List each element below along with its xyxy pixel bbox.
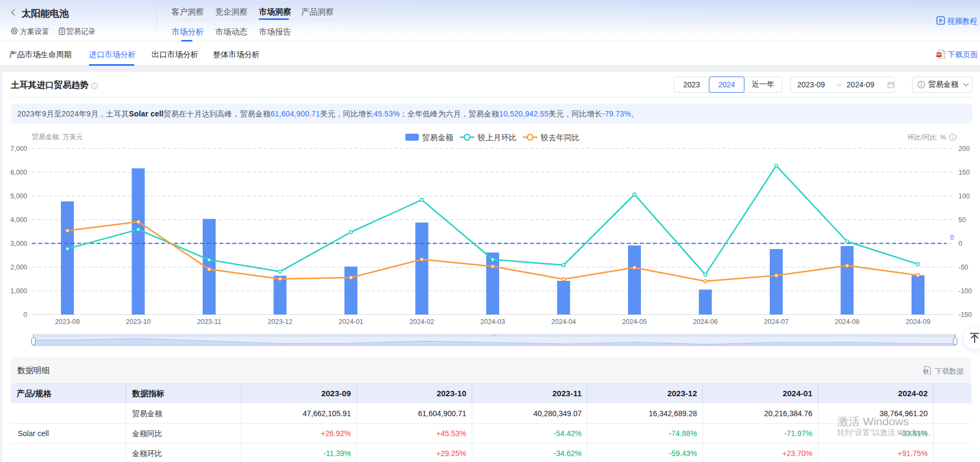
- svg-text:较上月环比: 较上月环比: [477, 133, 517, 142]
- svg-text:200: 200: [958, 145, 970, 153]
- svg-text:2,000: 2,000: [10, 264, 27, 271]
- svg-text:2023-10: 2023-10: [126, 318, 151, 326]
- svg-text:2023-09: 2023-09: [55, 318, 80, 326]
- svg-text:2024-09: 2024-09: [906, 318, 930, 326]
- svg-text:2023-12: 2023-12: [268, 318, 293, 326]
- svg-text:-150: -150: [958, 311, 972, 319]
- svg-text:7,000: 7,000: [10, 145, 27, 153]
- svg-text:PDF: PDF: [936, 53, 942, 56]
- svg-text:2024-01: 2024-01: [339, 318, 363, 326]
- svg-text:2024-06: 2024-06: [693, 318, 718, 326]
- svg-text:-100: -100: [958, 287, 972, 295]
- svg-text:50: 50: [958, 216, 966, 224]
- svg-text:4,000: 4,000: [10, 216, 27, 224]
- svg-text:150: 150: [958, 169, 970, 176]
- svg-text:2024-02: 2024-02: [410, 318, 434, 326]
- svg-text:0: 0: [24, 311, 27, 319]
- svg-text:2024-05: 2024-05: [622, 318, 647, 326]
- svg-text:2024-04: 2024-04: [551, 318, 576, 326]
- svg-text:5,000: 5,000: [10, 192, 27, 200]
- svg-text:环比/同比: %: 环比/同比: %: [907, 134, 946, 141]
- svg-text:6,000: 6,000: [10, 169, 27, 176]
- svg-text:-50: -50: [958, 264, 968, 271]
- svg-text:2024-03: 2024-03: [480, 318, 505, 326]
- svg-text:2023-11: 2023-11: [197, 318, 222, 326]
- svg-text:贸易金额: 贸易金额: [422, 133, 454, 142]
- svg-text:贸易金额: 万美元: 贸易金额: 万美元: [32, 133, 82, 141]
- svg-text:2024-08: 2024-08: [835, 318, 860, 326]
- svg-text:较去年同比: 较去年同比: [540, 133, 580, 142]
- svg-text:0: 0: [950, 234, 954, 242]
- svg-text:100: 100: [958, 192, 970, 200]
- svg-text:0: 0: [958, 240, 962, 247]
- svg-text:1,000: 1,000: [10, 287, 27, 295]
- svg-text:2024-07: 2024-07: [764, 318, 789, 326]
- svg-text:3,000: 3,000: [10, 240, 27, 247]
